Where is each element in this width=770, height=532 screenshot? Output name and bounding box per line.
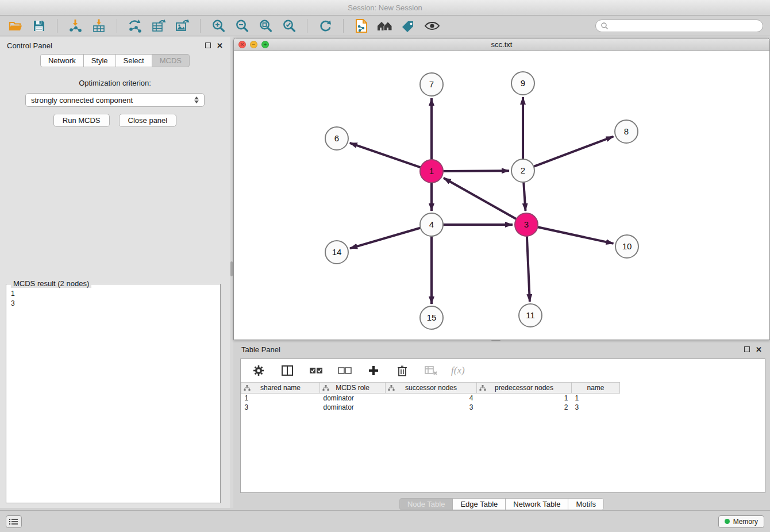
close-table-panel-icon[interactable]: ✕: [756, 346, 762, 353]
home-button[interactable]: [376, 18, 394, 34]
graph-node-4[interactable]: 4: [420, 213, 443, 236]
dropdown-value: strongly connected component: [31, 96, 194, 105]
search-box[interactable]: [595, 20, 763, 32]
control-panel-header: Control Panel ✕: [0, 37, 230, 54]
tab-node-table[interactable]: Node Table: [399, 498, 453, 510]
table-panel-body: f(x) shared nameMCDS rolesuccessor nodes…: [240, 358, 765, 493]
graph-edge-3-10[interactable]: [537, 227, 614, 244]
graph-node-3[interactable]: 3: [515, 213, 538, 236]
column-visibility-button[interactable]: [279, 363, 296, 379]
graph-edge-3-11[interactable]: [527, 235, 530, 302]
graph-node-9[interactable]: 9: [511, 72, 534, 95]
column-header-mcds_role[interactable]: MCDS role: [320, 383, 386, 394]
refresh-icon: [318, 18, 333, 33]
zoom-selected-button[interactable]: [280, 18, 298, 34]
tab-select[interactable]: Select: [116, 54, 152, 67]
network-graph-svg[interactable]: 7968124314101511: [234, 51, 769, 340]
scrollbar-handle[interactable]: [230, 261, 233, 276]
delete-function-button[interactable]: [422, 363, 440, 379]
graph-edge-2-3[interactable]: [523, 181, 525, 211]
status-menu-button[interactable]: [6, 515, 22, 528]
float-table-panel-icon[interactable]: [744, 346, 750, 352]
mcds-result-list[interactable]: 13: [6, 284, 220, 313]
tab-mcds[interactable]: MCDS: [152, 54, 190, 67]
import-network-icon: [68, 18, 83, 33]
table-cell-successor_nodes: 4: [386, 394, 477, 403]
table-row[interactable]: 3dominator323: [241, 403, 765, 412]
open-session-icon: [8, 19, 23, 33]
open-session-button[interactable]: [7, 18, 24, 34]
graph-edge-4-14[interactable]: [350, 228, 422, 248]
graph-node-7[interactable]: 7: [420, 73, 443, 96]
select-all-button[interactable]: [307, 363, 325, 379]
column-header-successor_nodes[interactable]: successor nodes: [386, 383, 477, 394]
graph-edge-3-1[interactable]: [444, 178, 517, 219]
table-panel: Table Panel ✕: [233, 341, 770, 510]
graph-node-10[interactable]: 10: [615, 235, 638, 258]
graph-edge-1-2[interactable]: [442, 171, 509, 171]
search-input[interactable]: [611, 22, 758, 30]
graph-node-11[interactable]: 11: [519, 304, 542, 327]
column-type-icon: [244, 385, 251, 391]
zoom-in-button[interactable]: [210, 18, 227, 34]
table-row[interactable]: 1dominator411: [241, 394, 765, 403]
graph-edge-2-8[interactable]: [533, 137, 614, 167]
column-header-shared_name[interactable]: shared name: [241, 383, 320, 394]
show-hide-button[interactable]: [424, 18, 441, 34]
tab-motifs[interactable]: Motifs: [568, 498, 604, 510]
import-table-button[interactable]: [90, 18, 107, 34]
zoom-fit-button[interactable]: [257, 18, 274, 34]
table-cell-name: 3: [572, 403, 620, 412]
graph-node-14[interactable]: 14: [325, 241, 348, 264]
toolbar-separator: [307, 19, 307, 33]
tab-style[interactable]: Style: [83, 54, 116, 67]
svg-text:7: 7: [429, 79, 434, 89]
optimization-dropdown[interactable]: strongly connected component: [25, 93, 205, 107]
zoom-out-button[interactable]: [233, 18, 251, 34]
graph-node-1[interactable]: 1: [420, 160, 443, 183]
tab-network[interactable]: Network: [40, 54, 84, 67]
delete-column-button[interactable]: [394, 363, 411, 379]
zoom-out-icon: [234, 18, 249, 33]
svg-text:10: 10: [622, 241, 632, 251]
refresh-button[interactable]: [317, 18, 334, 34]
eye-icon: [424, 20, 440, 32]
close-panel-button[interactable]: Close panel: [119, 114, 177, 127]
column-header-name[interactable]: name: [572, 383, 620, 394]
annotation-button[interactable]: [400, 18, 417, 34]
svg-text:1: 1: [429, 166, 434, 176]
svg-text:14: 14: [332, 247, 342, 257]
deselect-all-button[interactable]: [336, 363, 353, 379]
float-panel-icon[interactable]: [205, 43, 211, 48]
table-cell-filler: [620, 394, 765, 403]
graph-edge-1-6[interactable]: [350, 143, 422, 168]
run-mcds-button[interactable]: Run MCDS: [53, 114, 110, 127]
export-table-button[interactable]: [150, 18, 167, 34]
title-bar[interactable]: Session: New Session: [0, 0, 770, 16]
zoom-window-button[interactable]: +: [261, 41, 269, 48]
function-builder-button[interactable]: f(x): [451, 365, 465, 376]
network-window-titlebar[interactable]: ✕ − + scc.txt: [234, 38, 769, 51]
export-network-button[interactable]: [126, 18, 144, 34]
add-column-button[interactable]: [365, 363, 382, 379]
graph-node-15[interactable]: 15: [420, 306, 443, 329]
tab-edge-table[interactable]: Edge Table: [452, 498, 506, 510]
toolbar-separator: [343, 19, 344, 33]
table-settings-button[interactable]: [250, 363, 267, 379]
import-table-icon: [91, 18, 106, 33]
memory-button[interactable]: Memory: [718, 515, 764, 528]
minimize-window-button[interactable]: −: [250, 41, 257, 48]
import-network-button[interactable]: [67, 18, 84, 34]
column-header-predecessor_nodes[interactable]: predecessor nodes: [477, 383, 572, 394]
tab-network-table[interactable]: Network Table: [505, 498, 568, 510]
graph-node-8[interactable]: 8: [615, 120, 638, 143]
close-window-button[interactable]: ✕: [238, 41, 246, 48]
network-document-button[interactable]: [353, 18, 370, 34]
graph-node-6[interactable]: 6: [325, 127, 348, 150]
close-panel-icon[interactable]: ✕: [217, 42, 223, 49]
save-session-button[interactable]: [30, 18, 48, 34]
toolbar-separator: [57, 19, 57, 33]
graph-node-2[interactable]: 2: [511, 159, 534, 182]
svg-text:3: 3: [524, 219, 529, 229]
export-image-button[interactable]: [174, 18, 191, 34]
